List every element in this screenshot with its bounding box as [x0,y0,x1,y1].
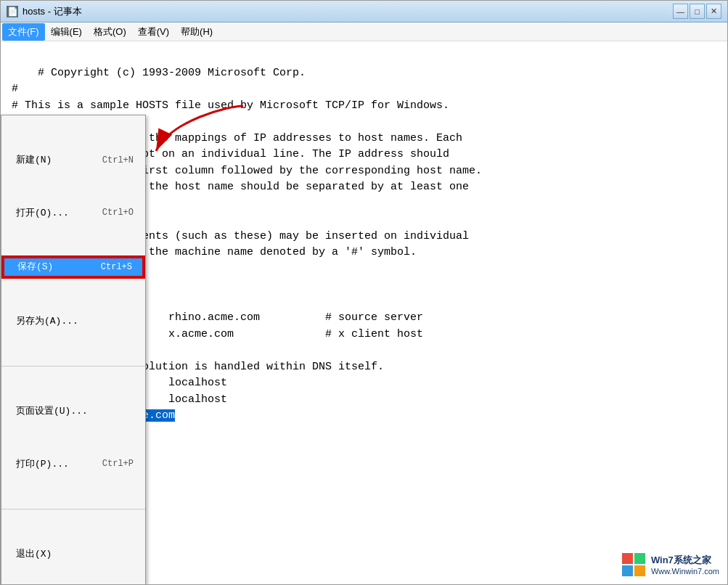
svg-rect-4 [634,565,645,576]
svg-rect-3 [622,565,633,576]
dropdown-menu: 新建(N) Ctrl+N 打开(O)... Ctrl+O 保存(S) Ctrl+… [1,115,146,584]
menu-view[interactable]: 查看(V) [132,23,175,41]
window-controls: — □ ✕ [673,4,721,19]
menu-item-pagesetup[interactable]: 页面设置(U)... [1,401,145,422]
windows-logo-icon [621,552,647,578]
menu-open-label: 打开(O)... [16,206,69,221]
watermark-url: Www.Winwin7.com [651,567,719,576]
app-icon: 📄 [7,6,18,17]
svg-rect-1 [622,553,633,564]
menu-new-shortcut: Ctrl+N [102,154,134,167]
menu-item-exit[interactable]: 退出(X) [1,544,145,565]
title-bar: 📄 hosts - 记事本 — □ ✕ [1,1,727,22]
window-title: hosts - 记事本 [23,5,82,18]
minimize-button[interactable]: — [673,4,688,19]
maximize-button[interactable]: □ [690,4,705,19]
menu-item-save[interactable]: 保存(S) Ctrl+S [1,255,145,279]
menu-pagesetup-label: 页面设置(U)... [16,404,88,419]
menu-item-open[interactable]: 打开(O)... Ctrl+O [1,203,145,224]
menu-format[interactable]: 格式(O) [88,23,132,41]
main-window: 📄 hosts - 记事本 — □ ✕ 文件(F) 编辑(E) 格式(O) 查看… [0,0,728,585]
separator-2 [1,509,145,510]
menu-item-print[interactable]: 打印(P)... Ctrl+P [1,454,145,475]
menu-item-new[interactable]: 新建(N) Ctrl+N [1,150,145,171]
file-dropdown: 新建(N) Ctrl+N 打开(O)... Ctrl+O 保存(S) Ctrl+… [1,82,146,584]
menu-print-shortcut: Ctrl+P [102,457,134,470]
separator-1 [1,366,145,367]
text-content[interactable]: # Copyright (c) 1993-2009 Microsoft Corp… [1,41,727,584]
menu-save-shortcut: Ctrl+S [101,261,132,274]
menu-open-shortcut: Ctrl+O [102,206,134,219]
menu-help[interactable]: 帮助(H) [175,23,218,41]
menu-file[interactable]: 文件(F) [2,23,45,41]
menu-bar: 文件(F) 编辑(E) 格式(O) 查看(V) 帮助(H) [1,22,727,41]
menu-saveas-label: 另存为(A)... [16,314,78,329]
menu-save-label: 保存(S) [17,260,53,274]
watermark-text-container: Win7系统之家 Www.Winwin7.com [651,554,719,576]
menu-edit[interactable]: 编辑(E) [45,23,88,41]
menu-new-label: 新建(N) [16,153,52,168]
watermark-site-name: Win7系统之家 [651,554,719,567]
menu-exit-label: 退出(X) [16,547,52,562]
close-button[interactable]: ✕ [706,4,721,19]
menu-print-label: 打印(P)... [16,457,69,472]
watermark-badge: Win7系统之家 Www.Winwin7.com [621,552,719,578]
svg-rect-2 [634,553,645,564]
menu-item-saveas[interactable]: 另存为(A)... [1,311,145,332]
